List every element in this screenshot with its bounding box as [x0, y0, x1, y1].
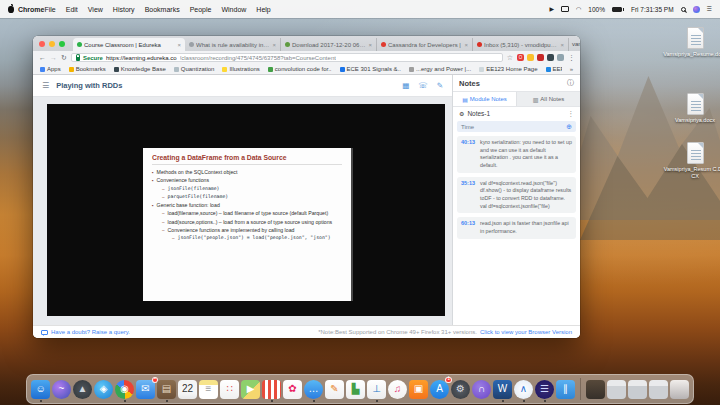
dock-app-icon[interactable]: ∩ [472, 380, 491, 399]
dock-app-icon[interactable]: ◈ [94, 380, 113, 399]
dock-app-icon[interactable]: ✎ [325, 380, 344, 399]
notes-group-menu-icon[interactable]: ⋮ [568, 110, 575, 118]
bookmark-item[interactable]: ...ergy and Power |... [409, 66, 471, 72]
minimize-window-button[interactable] [49, 41, 55, 47]
dock-minimized-icon[interactable] [628, 380, 647, 399]
menu-bar-clock[interactable]: Fri 7:31:35 PM [631, 6, 674, 13]
browser-version-link[interactable]: Click to view your Browser Version [480, 329, 572, 335]
bookmarks-overflow-icon[interactable]: » [570, 66, 573, 72]
bookmark-item[interactable]: Illustrations [222, 66, 259, 72]
dock-app-icon[interactable]: 22 [178, 380, 197, 399]
hamburger-menu-icon[interactable]: ☰ [42, 81, 49, 90]
apple-menu-icon[interactable] [8, 6, 14, 13]
spotlight-icon[interactable] [681, 7, 686, 12]
dock-app-icon[interactable]: ~ [52, 380, 71, 399]
dock-app-icon[interactable]: A 1 [430, 380, 449, 399]
bookmark-item[interactable]: EEP - Electrical Engi... [546, 66, 562, 72]
bookmark-item[interactable]: ECE 301 Signals &.. [340, 66, 401, 72]
note-card[interactable]: 35:13 val df=sqlcontext.read.json("file"… [457, 177, 576, 214]
tab-close-icon[interactable]: × [464, 42, 468, 48]
notification-center-icon[interactable]: ☰ [707, 6, 712, 12]
chrome-menu-icon[interactable]: ⋮ [568, 54, 574, 62]
browser-tab[interactable]: What is rule availability in Page × [185, 38, 281, 51]
dock-app-icon[interactable]: ☺ [31, 380, 50, 399]
dock-app-icon[interactable]: ≡ [199, 380, 218, 399]
notes-group-row[interactable]: ⚙ Notes-1 ⋮ [453, 107, 580, 120]
play-status-icon[interactable]: ▶ [549, 6, 554, 12]
browser-tab[interactable]: Course Classroom | Edureka × [73, 38, 185, 51]
extension-icon[interactable] [547, 54, 554, 61]
extension-icon[interactable] [537, 54, 544, 61]
menu-item[interactable]: People [190, 6, 212, 13]
reload-button[interactable]: ↻ [61, 54, 67, 61]
browser-tab[interactable]: Cassandra for Developers | × [377, 38, 473, 51]
raise-query-link[interactable]: Have a doubt? Raise a query. [41, 329, 130, 335]
note-card[interactable]: 60:13 read.json api is faster than jsonf… [457, 217, 576, 238]
menu-item[interactable]: Edit [66, 6, 78, 13]
bookmark-item[interactable]: Apps [40, 66, 61, 72]
add-note-icon[interactable]: ⊕ [566, 123, 572, 131]
extension-icon[interactable]: O [517, 54, 524, 61]
dock-minimized-icon[interactable] [586, 380, 605, 399]
tab-close-icon[interactable]: × [368, 42, 372, 48]
notes-tab[interactable]: ▤ Module Notes [453, 92, 516, 106]
browser-tab[interactable]: Inbox (5,310) - vmodidpuriu... × [473, 38, 569, 51]
bookmark-item[interactable]: EE123 Home Page [479, 66, 537, 72]
dock-app-icon[interactable]: W [493, 380, 512, 399]
forward-button[interactable]: → [50, 54, 57, 61]
desktop-document-icon[interactable]: Vamsipriya.docx [663, 93, 720, 124]
notes-tab[interactable]: ▥ All Notes [516, 92, 580, 106]
extension-icon[interactable] [557, 54, 564, 61]
extension-icon[interactable] [527, 54, 534, 61]
dock-app-icon[interactable]: ✿ [283, 380, 302, 399]
dock-app-icon[interactable]: … [304, 380, 323, 399]
dock-app-icon[interactable]: ▙ [346, 380, 365, 399]
browser-tab[interactable]: Download 2017-12-20 06:0... × [281, 38, 377, 51]
dock-minimized-icon[interactable] [649, 380, 668, 399]
siri-icon[interactable] [693, 6, 700, 13]
address-bar[interactable]: Secure https://learning.edureka.co /clas… [71, 53, 503, 62]
dock-app-icon[interactable]: ♫ [388, 380, 407, 399]
close-window-button[interactable] [39, 41, 45, 47]
dock-app-icon[interactable] [262, 380, 281, 399]
tab-close-icon[interactable]: × [272, 42, 276, 48]
menu-item[interactable]: File [44, 6, 55, 13]
menu-item[interactable]: Help [256, 6, 270, 13]
display-icon[interactable] [561, 6, 569, 12]
menu-item-app[interactable]: Chrome [18, 6, 44, 13]
dock-app-icon[interactable]: ⚙ [451, 380, 470, 399]
dock-app-icon[interactable]: ∧ [514, 380, 533, 399]
dock-app-icon[interactable]: ☰ [535, 380, 554, 399]
dock-app-icon[interactable]: ▣ [409, 380, 428, 399]
header-action-icon[interactable]: ▦ [402, 81, 409, 90]
tab-close-icon[interactable]: × [177, 42, 181, 48]
bookmark-star-icon[interactable]: ☆ [507, 54, 513, 62]
dock-app-icon[interactable]: ✉ • [136, 380, 155, 399]
note-timestamp[interactable]: 40:13 [461, 139, 477, 170]
bookmark-item[interactable]: convolution code for.. [268, 66, 332, 72]
desktop-document-icon[interactable]: Vamsipriya_Resume.docx [663, 27, 720, 58]
dock-app-icon[interactable]: ⊥ [367, 380, 386, 399]
menu-item[interactable]: Window [221, 6, 246, 13]
dock-app-icon[interactable]: ∷ [220, 380, 239, 399]
profile-name[interactable]: vamsipriya [572, 41, 580, 47]
header-action-icon[interactable]: ✎ [437, 81, 443, 90]
notes-info-icon[interactable]: ⓘ [567, 78, 574, 88]
tab-close-icon[interactable]: × [560, 42, 564, 48]
dock-app-icon[interactable]: ▶ [241, 380, 260, 399]
back-button[interactable]: ← [39, 54, 46, 61]
bookmark-item[interactable]: Quantization [174, 66, 215, 72]
dock-app-icon[interactable]: ◉ [115, 380, 134, 399]
note-card[interactable]: 40:13 kyro serialization: you need to to… [457, 136, 576, 173]
bookmark-item[interactable]: Knowledge Base [114, 66, 166, 72]
secure-label[interactable]: Secure [83, 55, 103, 61]
video-player[interactable]: Creating a DataFrame from a Data Source … [47, 104, 445, 316]
menu-item[interactable]: History [113, 6, 135, 13]
dock-app-icon[interactable]: ∥ [556, 380, 575, 399]
dock-app-icon[interactable]: ▲ [73, 380, 92, 399]
desktop-document-icon[interactable]: Vamsipriya_Resum C.DOCX [663, 142, 720, 179]
zoom-window-button[interactable] [59, 41, 65, 47]
note-timestamp[interactable]: 60:13 [461, 220, 477, 235]
bookmark-item[interactable]: Bookmarks [69, 66, 106, 72]
dock-minimized-icon[interactable] [607, 380, 626, 399]
